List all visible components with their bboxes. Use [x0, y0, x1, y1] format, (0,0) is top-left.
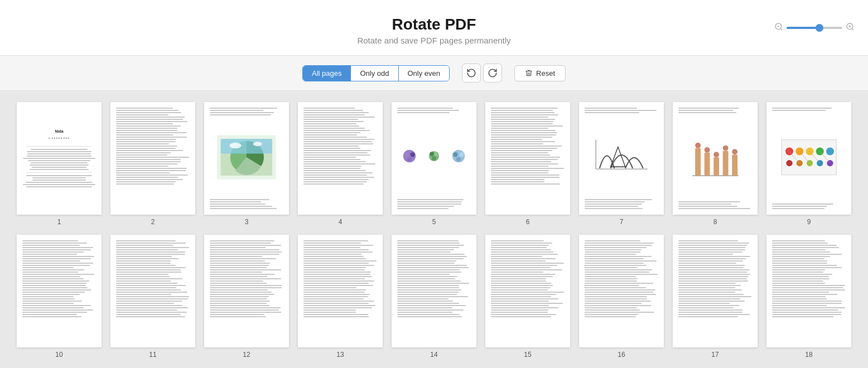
- svg-point-11: [230, 143, 242, 149]
- page-item[interactable]: 16: [579, 235, 664, 359]
- svg-point-15: [411, 152, 415, 157]
- svg-point-14: [404, 152, 409, 157]
- svg-point-16: [407, 157, 412, 161]
- zoom-out-icon[interactable]: [774, 22, 783, 33]
- page-thumbnail-6[interactable]: [485, 102, 570, 215]
- toolbar: All pages Only odd Only even Reset: [0, 56, 868, 91]
- page-thumbnail-4[interactable]: [298, 102, 383, 215]
- filter-only-even[interactable]: Only even: [399, 66, 450, 81]
- page-thumbnail-11[interactable]: [110, 235, 195, 347]
- svg-point-34: [695, 143, 701, 148]
- page-number-5: 5: [432, 218, 436, 226]
- svg-point-20: [432, 156, 436, 161]
- page-thumbnail-16[interactable]: [579, 235, 664, 347]
- page-item[interactable]: 8: [673, 102, 758, 226]
- reset-label: Reset: [536, 69, 555, 78]
- page-item[interactable]: 18: [766, 235, 851, 359]
- page-item[interactable]: 6: [485, 102, 570, 226]
- svg-point-23: [459, 152, 464, 157]
- zoom-in-icon[interactable]: [846, 22, 855, 33]
- zoom-controls: [774, 22, 855, 33]
- page-item[interactable]: 10: [17, 235, 102, 359]
- page-number-18: 18: [805, 351, 812, 359]
- zoom-slider[interactable]: [787, 27, 842, 29]
- page-number-11: 11: [149, 351, 156, 359]
- svg-rect-10: [221, 139, 272, 153]
- reset-button[interactable]: Reset: [514, 65, 566, 81]
- svg-point-18: [430, 152, 434, 156]
- rotate-group: [462, 64, 502, 83]
- svg-point-35: [704, 147, 710, 153]
- svg-rect-31: [713, 157, 719, 176]
- page-thumbnail-14[interactable]: [392, 235, 476, 347]
- svg-point-12: [253, 142, 262, 146]
- page-thumbnail-17[interactable]: [673, 235, 758, 347]
- page-item[interactable]: 9: [766, 102, 851, 226]
- page-thumbnail-1[interactable]: Nida Q. ★★★★★ ★★★: [17, 102, 102, 215]
- filter-only-odd[interactable]: Only odd: [351, 66, 398, 81]
- page-thumbnail-7[interactable]: [579, 102, 664, 215]
- page-item[interactable]: 14: [392, 235, 476, 359]
- page-item[interactable]: Nida Q. ★★★★★ ★★★ 1: [17, 102, 102, 226]
- page-thumbnail-18[interactable]: [766, 235, 851, 347]
- svg-point-19: [434, 152, 438, 156]
- page-item[interactable]: 11: [110, 235, 195, 359]
- page-thumbnail-8[interactable]: [673, 102, 758, 215]
- page-number-3: 3: [245, 218, 249, 226]
- rotate-right-button[interactable]: [483, 64, 502, 83]
- page-item[interactable]: 4: [298, 102, 383, 226]
- svg-point-45: [786, 160, 792, 166]
- content-area: Nida Q. ★★★★★ ★★★ 1 2: [0, 91, 868, 368]
- page-number-8: 8: [713, 218, 717, 226]
- page-number-17: 17: [711, 351, 718, 359]
- svg-rect-29: [695, 148, 701, 176]
- page-number-9: 9: [807, 218, 811, 226]
- page-item[interactable]: 2: [110, 102, 195, 226]
- page-number-1: 1: [57, 218, 61, 226]
- page-number-13: 13: [336, 351, 344, 359]
- page-subtitle: Rotate and save PDF pages permanently: [11, 36, 857, 45]
- page-item[interactable]: 15: [485, 235, 570, 359]
- svg-point-24: [456, 157, 460, 161]
- page-item[interactable]: 7: [579, 102, 664, 226]
- svg-rect-39: [782, 140, 836, 175]
- svg-line-1: [780, 28, 782, 30]
- page-header: Rotate PDF Rotate and save PDF pages per…: [0, 0, 868, 56]
- page-number-6: 6: [526, 218, 530, 226]
- page-thumbnail-2[interactable]: [110, 102, 195, 215]
- page-title: Rotate PDF: [11, 16, 857, 33]
- svg-point-38: [732, 149, 737, 154]
- svg-rect-33: [732, 154, 737, 176]
- page-item[interactable]: 17: [673, 235, 758, 359]
- page-thumbnail-10[interactable]: [17, 235, 102, 347]
- page-thumbnail-13[interactable]: [298, 235, 383, 347]
- svg-rect-32: [722, 151, 728, 176]
- page-number-15: 15: [524, 351, 531, 359]
- page-item[interactable]: 3: [204, 102, 289, 226]
- page-thumbnail-3[interactable]: [204, 102, 289, 215]
- svg-point-37: [722, 146, 728, 151]
- page-thumbnail-12[interactable]: [204, 235, 289, 347]
- pages-grid: Nida Q. ★★★★★ ★★★ 1 2: [17, 102, 851, 359]
- page-item[interactable]: 12: [204, 235, 289, 359]
- svg-point-44: [826, 148, 834, 156]
- page-number-2: 2: [151, 218, 155, 226]
- page-number-10: 10: [55, 351, 62, 359]
- svg-point-22: [453, 152, 457, 157]
- page-thumbnail-15[interactable]: [485, 235, 570, 347]
- filter-all-pages[interactable]: All pages: [303, 66, 351, 81]
- page-item[interactable]: 13: [298, 235, 383, 359]
- svg-line-4: [852, 28, 853, 30]
- page-number-14: 14: [430, 351, 437, 359]
- page-number-12: 12: [243, 351, 250, 359]
- page-number-7: 7: [620, 218, 624, 226]
- rotate-left-button[interactable]: [462, 64, 481, 83]
- svg-point-36: [713, 152, 719, 157]
- page-thumbnail-5[interactable]: [392, 102, 476, 215]
- page-number-4: 4: [339, 218, 343, 226]
- page-thumbnail-9[interactable]: [766, 102, 851, 215]
- svg-rect-30: [704, 153, 710, 176]
- page-item[interactable]: 5: [392, 102, 476, 226]
- filter-group: All pages Only odd Only even: [302, 65, 450, 81]
- page-number-16: 16: [618, 351, 625, 359]
